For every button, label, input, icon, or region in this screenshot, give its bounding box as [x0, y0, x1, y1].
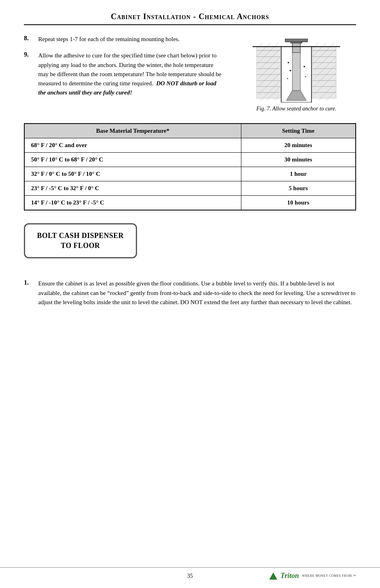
page-footer: 35 Triton WHERE MONEY COMES FROM.™	[0, 567, 380, 580]
page-number: 35	[135, 573, 245, 579]
table-row: 23° F / -5° C to 32° F / 0° C5 hours	[24, 181, 356, 196]
table-row: 68° F / 20° C and over20 minutes	[24, 138, 356, 153]
bolt-section-box: BOLT CASH DISPENSER TO FLOOR	[24, 223, 137, 258]
page-header: Cabinet Installation - Chemical Anchors	[24, 12, 356, 25]
table-cell-time: 30 minutes	[241, 153, 356, 167]
table-cell-time: 20 minutes	[241, 138, 356, 153]
step-8-number: 8.	[24, 35, 33, 42]
table-row: 32° F / 0° C to 50° F / 10° C1 hour	[24, 167, 356, 181]
triton-logo: Triton WHERE MONEY COMES FROM.™	[245, 572, 356, 580]
step-9-emphasis: DO NOT disturb or load the anchors until…	[38, 80, 216, 96]
col-header-temp: Base Material Temperature*	[24, 124, 241, 138]
steps-right: Fig. 7. Allow seated anchor to cure.	[237, 35, 356, 112]
svg-point-42	[288, 62, 289, 63]
bolt-step-1-number: 1.	[24, 279, 33, 286]
steps-section: 8. Repeat steps 1-7 for each of the rema…	[24, 35, 356, 112]
bolt-box-title-line2: TO FLOOR	[37, 241, 124, 251]
svg-rect-41	[292, 53, 300, 92]
svg-rect-2	[312, 47, 336, 98]
steps-left: 8. Repeat steps 1-7 for each of the rema…	[24, 35, 225, 112]
page-title: Cabinet Installation - Chemical Anchors	[24, 12, 356, 21]
step-9: 9. Allow the adhesive to cure for the sp…	[24, 51, 225, 97]
bolt-steps-section: 1. Ensure the cabinet is as level as pos…	[24, 279, 356, 307]
table-row: 50° F / 10° C to 68° F / 20° C30 minutes	[24, 153, 356, 167]
triton-logo-sub: WHERE MONEY COMES FROM.™	[302, 574, 356, 578]
step-8-text: Repeat steps 1-7 for each of the remaini…	[38, 35, 180, 44]
figure-illustration	[253, 39, 340, 102]
figure-caption: Fig. 7. Allow seated anchor to cure.	[256, 106, 336, 112]
table-header-row: Base Material Temperature* Setting Time	[24, 124, 356, 138]
table-cell-temp: 23° F / -5° C to 32° F / 0° C	[24, 181, 241, 196]
temperature-table: Base Material Temperature* Setting Time …	[24, 123, 356, 210]
step-8: 8. Repeat steps 1-7 for each of the rema…	[24, 35, 225, 44]
svg-rect-1	[257, 47, 280, 98]
table-cell-time: 1 hour	[241, 167, 356, 181]
col-header-time: Setting Time	[241, 124, 356, 138]
table-cell-temp: 14° F / -10° C to 23° F / -5° C	[24, 196, 241, 210]
triton-icon	[269, 572, 277, 580]
table-cell-temp: 68° F / 20° C and over	[24, 138, 241, 153]
svg-point-45	[287, 78, 288, 79]
bolt-box-title-line1: BOLT CASH DISPENSER	[37, 231, 124, 241]
svg-point-44	[304, 66, 305, 67]
step-9-number: 9.	[24, 51, 33, 58]
table-cell-temp: 50° F / 10° C to 68° F / 20° C	[24, 153, 241, 167]
bolt-step-1: 1. Ensure the cabinet is as level as pos…	[24, 279, 356, 307]
triton-logo-text: Triton	[280, 572, 299, 580]
table-cell-temp: 32° F / 0° C to 50° F / 10° C	[24, 167, 241, 181]
table-row: 14° F / -10° C to 23° F / -5° C10 hours	[24, 196, 356, 210]
bolt-step-1-text: Ensure the cabinet is as level as possib…	[38, 279, 356, 307]
table-cell-time: 10 hours	[241, 196, 356, 210]
svg-rect-48	[285, 39, 308, 42]
figure-container: Fig. 7. Allow seated anchor to cure.	[253, 39, 340, 112]
table-cell-time: 5 hours	[241, 181, 356, 196]
step-9-text: Allow the adhesive to cure for the speci…	[38, 51, 225, 97]
svg-point-43	[290, 70, 291, 71]
svg-point-46	[305, 76, 306, 77]
